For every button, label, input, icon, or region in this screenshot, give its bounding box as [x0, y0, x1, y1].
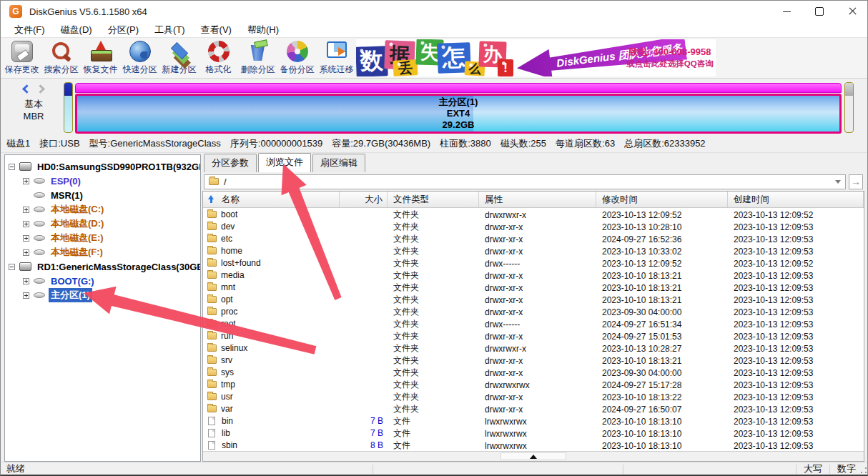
expander-icon[interactable] [23, 207, 29, 213]
tree-item-label: 本地磁盘(C:) [49, 202, 106, 217]
menu-item[interactable]: 帮助(H) [240, 22, 287, 38]
path-combobox[interactable]: / [204, 174, 846, 189]
tree-item[interactable]: MSR(1) [5, 188, 200, 202]
partition-block[interactable]: 主分区(1) EXT4 29.2GB [75, 94, 842, 134]
promo-banner[interactable]: 数据丢失怎么办! DiskGenius 团队为您服务 致电: 400-008-9… [356, 39, 716, 76]
file-type: 文件夹 [393, 343, 419, 353]
banner-tiles: 数据丢失怎么办! [356, 39, 517, 76]
tree-item[interactable]: 本地磁盘(E:) [5, 231, 200, 245]
file-name: proc [221, 307, 237, 317]
header-name[interactable]: 名称 [203, 192, 340, 207]
menu-item[interactable]: 分区(P) [100, 22, 147, 38]
tree-item[interactable]: 本地磁盘(C:) [5, 202, 200, 217]
toolbar-button[interactable]: 恢复文件 [81, 40, 120, 76]
toolbar-button[interactable]: 保存更改 [2, 40, 41, 76]
expander-icon[interactable] [23, 292, 29, 299]
minimize-button[interactable] [770, 1, 803, 22]
scroll-up-button[interactable] [500, 452, 566, 460]
file-type: 文件夹 [393, 294, 419, 304]
table-row[interactable]: home 文件夹 drwxr-xr-x 2023-10-13 10:33:02 … [203, 244, 864, 257]
table-row[interactable]: boot 文件夹 drwxrwxr-x 2023-10-13 12:09:52 … [203, 208, 864, 220]
header-type[interactable]: 文件类型 [388, 192, 479, 207]
tree-item[interactable]: 本地磁盘(F:) [5, 245, 200, 259]
maximize-button[interactable] [803, 1, 836, 22]
file-ctime: 2023-10-13 12:09:53 [734, 392, 813, 402]
close-button[interactable] [836, 1, 868, 22]
table-row[interactable]: var 文件夹 drwxr-xr-x 2024-09-27 16:50:07 2… [203, 402, 864, 415]
file-name: mnt [221, 282, 235, 292]
table-row[interactable]: opt 文件夹 drwxr-xr-x 2023-10-10 18:13:21 2… [203, 293, 864, 305]
expander-icon[interactable] [9, 264, 15, 270]
table-row[interactable]: usr 文件夹 drwxr-xr-x 2023-10-10 18:13:22 2… [203, 390, 864, 402]
file-mtime: 2024-09-27 15:17:28 [602, 380, 681, 390]
tab[interactable]: 扇区编辑 [312, 154, 365, 172]
table-row[interactable]: proc 文件夹 drwxr-xr-x 2023-09-30 04:00:00 … [203, 305, 864, 317]
expander-icon[interactable] [23, 221, 29, 227]
table-row[interactable]: run 文件夹 drwxr-xr-x 2024-09-27 15:01:53 2… [203, 329, 864, 342]
expander-icon[interactable] [9, 164, 15, 170]
menu-bar: 文件(F)磁盘(D)分区(P)工具(T)查看(V)帮助(H) [1, 22, 868, 38]
table-row[interactable]: tmp 文件夹 drwxrwxrwx 2024-09-27 15:17:28 2… [203, 378, 864, 390]
table-row[interactable]: root 文件夹 drwx------ 2024-09-27 16:51:34 … [203, 317, 864, 329]
disk-info-bar: 磁盘1接口:USB型号:GenericMassStorageClass序列号:0… [1, 134, 868, 153]
table-row[interactable]: dev 文件夹 drwxr-xr-x 2023-10-13 10:28:10 2… [203, 220, 864, 232]
tree-item[interactable]: 主分区(1) [5, 288, 200, 302]
toolbar-button[interactable]: 系统迁移 [317, 40, 356, 76]
tree-item-label: HD0:SamsungSSD990PRO1TB(932GB) [35, 161, 201, 173]
header-mtime[interactable]: 修改时间 [596, 192, 728, 207]
toolbar-icon [51, 41, 72, 62]
table-row[interactable]: lost+found 文件夹 drwx------ 2023-10-13 12:… [203, 257, 864, 269]
table-row[interactable]: bin 7 B 文件 lrwxrwxrwx 2023-10-10 18:13:1… [203, 415, 864, 427]
toolbar-button[interactable]: 格式化 [199, 40, 238, 76]
menu-item[interactable]: 查看(V) [193, 22, 240, 38]
table-row[interactable]: etc 文件夹 drwxr-xr-x 2024-09-27 16:52:36 2… [203, 232, 864, 244]
tab[interactable]: 浏览文件 [258, 153, 311, 172]
tree-item[interactable]: HD0:SamsungSSD990PRO1TB(932GB) [5, 159, 200, 174]
toolbar-button-label: 保存更改 [2, 64, 41, 76]
file-attr: lrwxrwxrwx [485, 441, 527, 451]
table-row[interactable]: lib 7 B 文件 lrwxrwxrwx 2023-10-10 18:13:1… [203, 427, 864, 439]
expander-icon[interactable] [23, 249, 29, 256]
next-disk-icon[interactable] [36, 84, 45, 94]
partition-name: 主分区(1) [439, 96, 478, 108]
resize-grip[interactable] [860, 467, 867, 474]
chevron-down-icon[interactable] [835, 180, 841, 184]
toolbar-button[interactable]: 新建分区 [159, 40, 199, 76]
go-button[interactable]: → [849, 174, 863, 189]
header-ctime[interactable]: 创建时间 [728, 192, 864, 207]
menu-item[interactable]: 磁盘(D) [53, 22, 100, 38]
disk-strip [75, 83, 842, 93]
banner-qq-link[interactable]: 或点击此处选择QQ咨询 [626, 58, 714, 69]
tree-item-label: 本地磁盘(F:) [49, 245, 105, 259]
tree-item[interactable]: ESP(0) [5, 174, 200, 188]
expander-icon[interactable] [23, 235, 29, 242]
table-row[interactable]: sbin 8 B 文件 lrwxrwxrwx 2023-10-10 18:13:… [203, 439, 864, 451]
file-type: 文件夹 [393, 258, 419, 268]
file-attr: drwxr-xr-x [485, 307, 523, 317]
disk-icon [34, 192, 45, 198]
menu-item[interactable]: 工具(T) [147, 22, 193, 38]
file-ctime: 2023-10-13 12:09:53 [734, 319, 813, 329]
tree-item[interactable]: BOOT(G:) [5, 274, 200, 288]
toolbar-button[interactable]: 备份分区 [277, 40, 317, 76]
toolbar-button[interactable]: 快速分区 [120, 40, 159, 76]
tree-item[interactable]: 本地磁盘(D:) [5, 217, 200, 231]
toolbar-button[interactable]: 删除分区 [238, 40, 277, 76]
file-attr: drwxrwxrwx [485, 380, 530, 390]
expander-icon[interactable] [23, 278, 29, 284]
table-row[interactable]: sys 文件夹 drwxr-xr-x 2023-09-30 04:00:00 2… [203, 366, 864, 378]
header-size[interactable]: 大小 [340, 192, 388, 207]
table-row[interactable]: selinux 文件夹 drwxrwxr-x 2023-10-13 10:28:… [203, 342, 864, 354]
menu-item[interactable]: 文件(F) [6, 22, 53, 38]
file-mtime: 2023-10-10 18:13:10 [602, 417, 681, 427]
table-row[interactable]: mnt 文件夹 drwxr-xr-x 2023-10-10 18:13:21 2… [203, 281, 864, 293]
prev-disk-icon[interactable] [22, 84, 31, 94]
toolbar-button[interactable]: 搜索分区 [41, 40, 81, 76]
table-row[interactable]: srv 文件夹 drwxr-xr-x 2023-10-10 18:13:21 2… [203, 354, 864, 366]
table-row[interactable]: media 文件夹 drwxr-xr-x 2023-10-10 18:13:21… [203, 269, 864, 281]
header-attr[interactable]: 属性 [479, 192, 596, 207]
tree-item[interactable]: RD1:GenericMassStorageClass(30GB) [5, 259, 200, 274]
expander-icon[interactable] [23, 178, 29, 184]
file-size: 7 B [370, 416, 383, 426]
tab[interactable]: 分区参数 [204, 154, 257, 172]
